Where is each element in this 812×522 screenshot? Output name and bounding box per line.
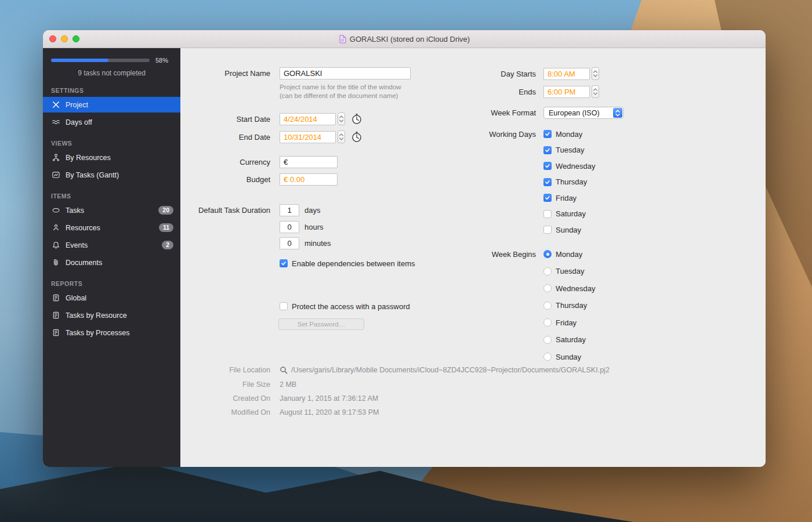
day-ends-input[interactable] xyxy=(543,86,590,98)
zoom-button[interactable] xyxy=(72,35,79,42)
week-begins-thursday[interactable]: Thursday xyxy=(543,302,595,310)
checkbox-checked-icon xyxy=(280,259,288,267)
week-begins-tuesday[interactable]: Tuesday xyxy=(543,267,595,276)
sidebar-item-global-report[interactable]: Global xyxy=(43,290,180,306)
week-begins-saturday[interactable]: Saturday xyxy=(543,336,595,344)
project-name-label: Project Name xyxy=(180,69,270,78)
sidebar-item-by-resources[interactable]: By Resources xyxy=(43,150,180,165)
sidebar-item-project[interactable]: Project xyxy=(43,97,180,113)
working-day-monday[interactable]: Monday xyxy=(543,130,595,138)
events-count-badge: 2 xyxy=(162,241,173,249)
sidebar-item-documents[interactable]: Documents xyxy=(43,255,180,270)
week-begins-wednesday[interactable]: Wednesday xyxy=(543,284,595,292)
duration-hours-input[interactable] xyxy=(280,221,299,233)
currency-input[interactable] xyxy=(280,156,338,168)
checkbox-unchecked-icon xyxy=(543,226,552,234)
file-size-value: 2 MB xyxy=(280,380,296,389)
sidebar-item-days-off[interactable]: Days off xyxy=(43,114,180,130)
sidebar: 58% 9 tasks not completed SETTINGS Proje… xyxy=(43,48,180,467)
radio-selected-icon xyxy=(543,250,552,258)
end-date-stepper[interactable] xyxy=(338,130,345,143)
file-size-label: File Size xyxy=(180,380,270,389)
duration-minutes-input[interactable] xyxy=(280,237,299,249)
days-off-icon xyxy=(51,117,61,127)
set-password-button[interactable]: Set Password… xyxy=(278,318,364,330)
day-starts-stepper[interactable] xyxy=(592,67,599,80)
default-task-duration-label: Default Task Duration xyxy=(180,206,270,215)
working-day-sunday[interactable]: Sunday xyxy=(543,226,595,234)
end-date-input[interactable] xyxy=(280,131,336,143)
duration-minutes-unit: minutes xyxy=(304,239,331,248)
start-date-input[interactable] xyxy=(280,113,336,125)
week-format-select[interactable]: European (ISO) xyxy=(543,107,624,119)
sidebar-item-label: Project xyxy=(66,101,88,109)
sidebar-item-label: By Tasks (Gantt) xyxy=(66,171,119,179)
week-format-value: European (ISO) xyxy=(549,109,600,117)
sidebar-item-label: Tasks by Resource xyxy=(66,311,127,320)
close-button[interactable] xyxy=(49,35,56,42)
created-on-value: January 1, 2015 at 7:36:12 AM xyxy=(280,394,378,403)
section-header-views: VIEWS xyxy=(43,140,180,147)
report-icon xyxy=(51,293,61,303)
radio-unselected-icon xyxy=(543,318,552,327)
working-day-label: Monday xyxy=(556,130,582,139)
resources-count-badge: 11 xyxy=(159,223,173,232)
week-begins-sunday[interactable]: Sunday xyxy=(543,353,595,361)
sidebar-item-resources[interactable]: Resources 11 xyxy=(43,220,180,235)
end-date-calendar-icon[interactable] xyxy=(350,131,362,143)
sidebar-item-label: Documents xyxy=(66,259,102,267)
minimize-button[interactable] xyxy=(61,35,68,42)
week-begins-friday[interactable]: Friday xyxy=(543,318,595,327)
budget-input[interactable] xyxy=(280,173,338,186)
sidebar-item-label: Tasks by Processes xyxy=(66,329,129,337)
sidebar-item-events[interactable]: Events 2 xyxy=(43,237,180,253)
week-format-label: Week Format xyxy=(459,108,536,117)
report-icon xyxy=(51,328,61,338)
start-date-stepper[interactable] xyxy=(338,113,345,125)
sidebar-item-tasks-by-processes[interactable]: Tasks by Processes xyxy=(43,325,180,340)
working-day-friday[interactable]: Friday xyxy=(543,194,595,202)
created-on-label: Created On xyxy=(180,394,270,403)
tasks-icon xyxy=(51,205,61,215)
project-name-input[interactable] xyxy=(280,67,411,79)
protect-password-label: Protect the access with a password xyxy=(292,302,410,311)
week-begins-option-label: Monday xyxy=(556,250,582,259)
window-title-group: GORALSKI (stored on iCloud Drive) xyxy=(339,35,470,44)
working-day-label: Tuesday xyxy=(556,146,584,154)
radio-unselected-icon xyxy=(543,336,552,344)
working-days-label: Working Days xyxy=(459,130,536,139)
popup-arrows-icon xyxy=(613,108,622,118)
section-header-settings: SETTINGS xyxy=(43,87,180,94)
week-begins-monday[interactable]: Monday xyxy=(543,250,595,258)
working-day-tuesday[interactable]: Tuesday xyxy=(543,146,595,154)
title-bar[interactable]: GORALSKI (stored on iCloud Drive) xyxy=(43,30,766,48)
start-date-calendar-icon[interactable] xyxy=(350,113,362,125)
section-header-items: ITEMS xyxy=(43,193,180,200)
settings-panel: Project Name Project name is for the tit… xyxy=(180,48,766,467)
week-begins-option-label: Tuesday xyxy=(556,267,584,276)
search-icon xyxy=(280,366,288,374)
progress-track xyxy=(51,59,150,62)
enable-dependencies-label: Enable dependencies between items xyxy=(292,259,415,268)
working-day-thursday[interactable]: Thursday xyxy=(543,178,595,186)
document-icon xyxy=(339,35,346,44)
checkbox-checked-icon xyxy=(543,130,552,138)
modified-on-label: Modified On xyxy=(180,408,270,416)
working-day-saturday[interactable]: Saturday xyxy=(543,210,595,218)
week-begins-option-label: Saturday xyxy=(556,335,586,344)
day-starts-input[interactable] xyxy=(543,68,590,80)
sidebar-item-label: By Resources xyxy=(66,154,111,162)
radio-unselected-icon xyxy=(543,267,552,276)
duration-days-input[interactable] xyxy=(280,204,299,216)
project-progress: 58% xyxy=(43,57,180,64)
end-date-label: End Date xyxy=(180,133,270,142)
checkbox-checked-icon xyxy=(543,194,552,202)
progress-percent: 58% xyxy=(155,57,168,64)
desktop-wallpaper: GORALSKI (stored on iCloud Drive) 58% 9 … xyxy=(0,0,812,522)
working-day-wednesday[interactable]: Wednesday xyxy=(543,162,595,170)
day-ends-stepper[interactable] xyxy=(592,85,599,98)
sidebar-item-by-tasks-gantt[interactable]: By Tasks (Gantt) xyxy=(43,167,180,183)
resources-icon xyxy=(51,223,61,233)
sidebar-item-tasks-by-resource[interactable]: Tasks by Resource xyxy=(43,307,180,323)
sidebar-item-tasks[interactable]: Tasks 20 xyxy=(43,202,180,218)
